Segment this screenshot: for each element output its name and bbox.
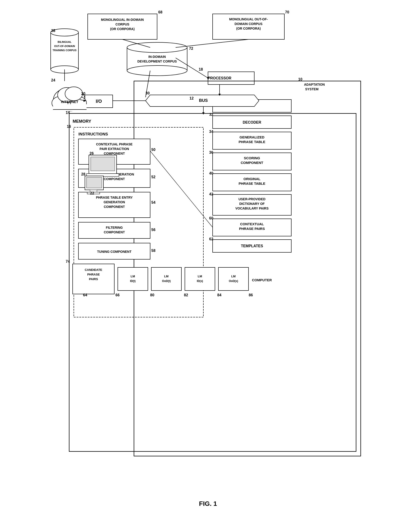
svg-text:84: 84 — [217, 293, 221, 297]
svg-text:36: 36 — [209, 150, 213, 155]
svg-text:DICTIONARY OF: DICTIONARY OF — [239, 202, 265, 206]
svg-rect-15 — [213, 132, 291, 149]
svg-rect-7 — [208, 72, 254, 85]
svg-marker-106 — [84, 99, 86, 102]
svg-text:MONOLINGUAL OUT-OF-: MONOLINGUAL OUT-OF- — [229, 17, 268, 21]
svg-point-79 — [51, 29, 78, 36]
svg-text:LM: LM — [164, 275, 169, 278]
svg-text:MEMORY: MEMORY — [73, 119, 91, 124]
svg-text:80: 80 — [150, 293, 154, 297]
svg-marker-108 — [218, 94, 221, 96]
svg-rect-53 — [118, 267, 148, 290]
svg-text:FILTERING: FILTERING — [106, 226, 123, 229]
svg-rect-33 — [78, 139, 150, 164]
svg-text:38: 38 — [51, 29, 55, 33]
svg-rect-40 — [78, 192, 150, 218]
svg-text:VOCABULARY PAIRS: VOCABULARY PAIRS — [235, 206, 269, 210]
svg-marker-9 — [146, 95, 259, 106]
svg-text:OUT-OF-DOMAIN: OUT-OF-DOMAIN — [54, 45, 75, 48]
svg-text:14: 14 — [66, 111, 70, 115]
svg-rect-24 — [213, 194, 291, 215]
svg-text:68: 68 — [158, 10, 162, 14]
svg-point-85 — [52, 97, 68, 109]
svg-rect-31 — [213, 240, 291, 252]
svg-text:LM: LM — [131, 275, 135, 278]
svg-line-105 — [80, 99, 85, 101]
svg-text:GENERATION: GENERATION — [104, 200, 125, 204]
svg-rect-96 — [86, 177, 102, 188]
svg-text:20: 20 — [81, 92, 85, 96]
svg-rect-11 — [85, 95, 113, 108]
svg-text:COMPONENT: COMPONENT — [104, 152, 125, 155]
svg-text:66: 66 — [115, 293, 120, 297]
svg-text:42: 42 — [209, 192, 213, 196]
svg-text:40: 40 — [209, 171, 213, 175]
svg-text:SCORING: SCORING — [244, 156, 260, 160]
svg-text:BILINGUAL: BILINGUAL — [58, 40, 72, 43]
svg-rect-93 — [91, 157, 115, 171]
svg-text:TEMPLATE GENERATION: TEMPLATE GENERATION — [95, 173, 134, 176]
svg-text:CANDIDATE: CANDIDATE — [85, 268, 102, 271]
svg-text:PAIRS: PAIRS — [89, 277, 98, 281]
svg-rect-56 — [151, 267, 181, 290]
svg-text:COMPONENT: COMPONENT — [104, 230, 125, 234]
svg-text:(OR CORPORA): (OR CORPORA) — [236, 27, 261, 30]
svg-text:30: 30 — [146, 91, 150, 95]
svg-line-149 — [150, 151, 213, 227]
svg-text:GENERALIZED: GENERALIZED — [239, 135, 265, 139]
svg-text:DOMAIN CORPUS: DOMAIN CORPUS — [235, 22, 263, 26]
svg-text:LM: LM — [231, 275, 236, 278]
svg-rect-62 — [218, 267, 248, 290]
svg-text:CONTEXTUAL: CONTEXTUAL — [240, 222, 264, 226]
svg-text:10: 10 — [298, 77, 303, 81]
svg-text:COMPONENT: COMPONENT — [104, 177, 125, 181]
svg-line-100 — [176, 39, 248, 48]
svg-text:50: 50 — [151, 148, 155, 152]
svg-text:72: 72 — [189, 47, 193, 50]
svg-text:74: 74 — [66, 260, 70, 263]
svg-text:56: 56 — [151, 228, 155, 232]
svg-text:ADAPTED SMT SYSTEM: ADAPTED SMT SYSTEM — [215, 101, 253, 104]
svg-text:PROCESSOR: PROCESSOR — [208, 76, 232, 80]
svg-line-103 — [146, 71, 150, 97]
svg-text:PHRASE: PHRASE — [87, 273, 100, 276]
svg-text:18: 18 — [199, 67, 203, 71]
svg-text:70: 70 — [285, 10, 289, 14]
svg-rect-13 — [213, 116, 291, 128]
svg-rect-95 — [85, 176, 104, 190]
svg-text:12: 12 — [189, 96, 194, 100]
svg-text:SYSTEM: SYSTEM — [305, 87, 319, 91]
svg-rect-94 — [86, 174, 119, 176]
svg-text:24: 24 — [51, 78, 55, 82]
svg-text:PHRASE PAIRS: PHRASE PAIRS — [239, 227, 265, 231]
svg-text:BUS: BUS — [199, 98, 208, 103]
svg-text:LM: LM — [198, 275, 202, 278]
svg-rect-47 — [78, 243, 150, 259]
svg-text:ID(s): ID(s) — [197, 280, 203, 283]
svg-point-74 — [127, 42, 187, 53]
svg-text:INTERNET: INTERNET — [61, 100, 78, 104]
svg-rect-0 — [134, 81, 361, 456]
svg-point-88 — [65, 87, 83, 101]
svg-text:PHRASE TABLE: PHRASE TABLE — [238, 140, 265, 144]
svg-text:22: 22 — [90, 191, 94, 195]
svg-text:60: 60 — [209, 216, 213, 220]
svg-rect-78 — [51, 32, 78, 69]
svg-text:PHRASE TABLE ENTRY: PHRASE TABLE ENTRY — [96, 196, 133, 199]
svg-rect-59 — [185, 267, 215, 290]
svg-text:ORIGINAL: ORIGINAL — [243, 177, 260, 181]
svg-line-101 — [176, 58, 208, 78]
svg-rect-28 — [213, 219, 291, 236]
svg-text:TRAINING CORPUS: TRAINING CORPUS — [53, 49, 76, 52]
svg-rect-73 — [127, 48, 187, 71]
svg-text:64: 64 — [83, 293, 87, 297]
svg-text:MONOLINGUAL IN-DOMAIN: MONOLINGUAL IN-DOMAIN — [101, 18, 144, 21]
svg-text:INSTRUCTIONS: INSTRUCTIONS — [78, 132, 108, 136]
diagram: MEMORY INSTRUCTIONS ADAPTED SMT SYSTEM P… — [46, 9, 370, 495]
svg-rect-65 — [88, 14, 157, 39]
svg-rect-69 — [213, 14, 284, 39]
svg-text:PHRASE TABLE: PHRASE TABLE — [238, 182, 265, 185]
svg-text:ID(t): ID(t) — [130, 280, 136, 283]
svg-rect-44 — [78, 222, 150, 238]
svg-point-80 — [51, 66, 78, 73]
